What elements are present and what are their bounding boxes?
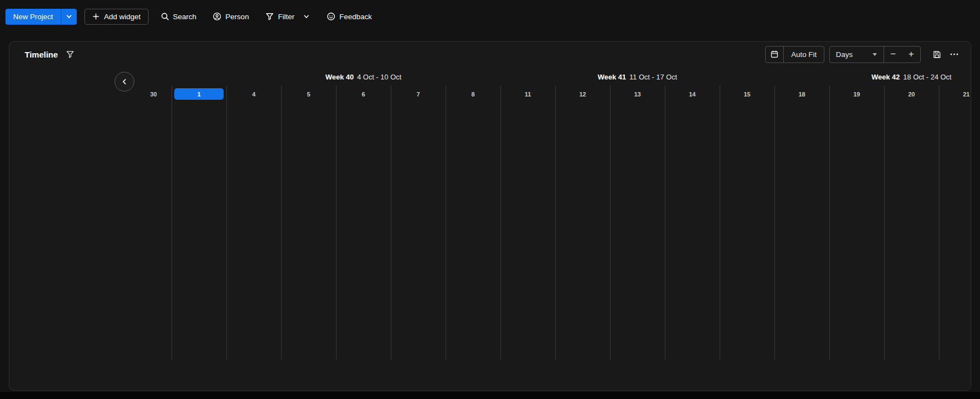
grid-vline — [884, 86, 885, 360]
feedback-icon — [327, 12, 335, 21]
bottom-strip — [0, 392, 980, 399]
week-header-cell: Week 4111 Oct - 17 Oct — [500, 68, 774, 86]
chevron-down-icon[interactable] — [303, 13, 310, 20]
grid-vline — [172, 86, 172, 360]
person-icon — [213, 12, 221, 21]
grid-vline — [281, 86, 282, 360]
grid-vline — [720, 86, 720, 360]
grid-vline — [939, 86, 939, 360]
day-header-cell: 5 — [281, 86, 336, 102]
feedback-label: Feedback — [339, 13, 372, 21]
filter-button[interactable]: Filter — [261, 9, 315, 25]
day-header-cell: 7 — [391, 86, 446, 102]
add-widget-label: Add widget — [104, 13, 141, 21]
day-header-cell: 14 — [665, 86, 720, 102]
new-project-button[interactable]: New Project — [5, 9, 61, 25]
chevron-left-icon — [121, 78, 128, 86]
day-header-cell: 20 — [884, 86, 939, 102]
today-pill: 1 — [174, 88, 224, 100]
day-header-cell: 15 — [720, 86, 774, 102]
grid-vline — [391, 86, 391, 360]
grid-vline — [446, 86, 446, 360]
grid-vline — [774, 86, 775, 360]
feedback-button[interactable]: Feedback — [322, 9, 376, 25]
person-label: Person — [225, 13, 249, 21]
day-header-cell: 13 — [610, 86, 665, 102]
day-header-cell: 11 — [500, 86, 555, 102]
search-icon — [161, 12, 169, 21]
grid-vline — [665, 86, 665, 360]
week-header-cell: Week 404 Oct - 10 Oct — [226, 68, 500, 86]
person-button[interactable]: Person — [208, 9, 253, 25]
top-toolbar: New Project Add widget Search Person Fil… — [0, 0, 980, 33]
collapse-sidebar-button[interactable] — [115, 72, 134, 92]
new-project-split-button: New Project — [5, 9, 77, 25]
timeline-widget-panel: Timeline Auto Fit Days − + — [9, 41, 971, 391]
week-header-cell: Week 4218 Oct - 24 Oct — [774, 68, 971, 86]
grid-vline — [336, 86, 337, 360]
plus-icon — [92, 13, 100, 20]
grid-vline — [226, 86, 227, 360]
day-header-cell: 4 — [226, 86, 281, 102]
day-header-cell: 12 — [555, 86, 610, 102]
week-range: 11 Oct - 17 Oct — [629, 73, 677, 81]
day-header-cell: 1 — [172, 86, 226, 102]
search-label: Search — [173, 13, 197, 21]
day-header-cell: 18 — [774, 86, 829, 102]
search-button[interactable]: Search — [156, 9, 201, 25]
day-header-cell: 30 — [135, 86, 172, 102]
week-label: Week 42 — [871, 73, 900, 81]
filter-label: Filter — [278, 13, 294, 21]
filter-funnel-icon — [265, 12, 274, 21]
new-project-caret-button[interactable] — [61, 9, 77, 25]
grid-vline — [555, 86, 556, 360]
week-label: Week 40 — [326, 73, 354, 81]
week-label: Week 41 — [598, 73, 626, 81]
day-header-cell: 19 — [829, 86, 884, 102]
day-header-cell: 21 — [939, 86, 971, 102]
grid-vline — [829, 86, 830, 360]
add-widget-button[interactable]: Add widget — [84, 9, 149, 25]
gantt-grid: Week 404 Oct - 10 OctWeek 4111 Oct - 17 … — [9, 42, 971, 391]
legend — [9, 366, 971, 379]
week-range: 18 Oct - 24 Oct — [903, 73, 951, 81]
grid-vline — [500, 86, 501, 360]
grid-vline — [610, 86, 611, 360]
chevron-down-icon — [65, 13, 73, 20]
week-range: 4 Oct - 10 Oct — [357, 73, 401, 81]
day-header-cell: 6 — [336, 86, 391, 102]
day-header-cell: 8 — [446, 86, 500, 102]
